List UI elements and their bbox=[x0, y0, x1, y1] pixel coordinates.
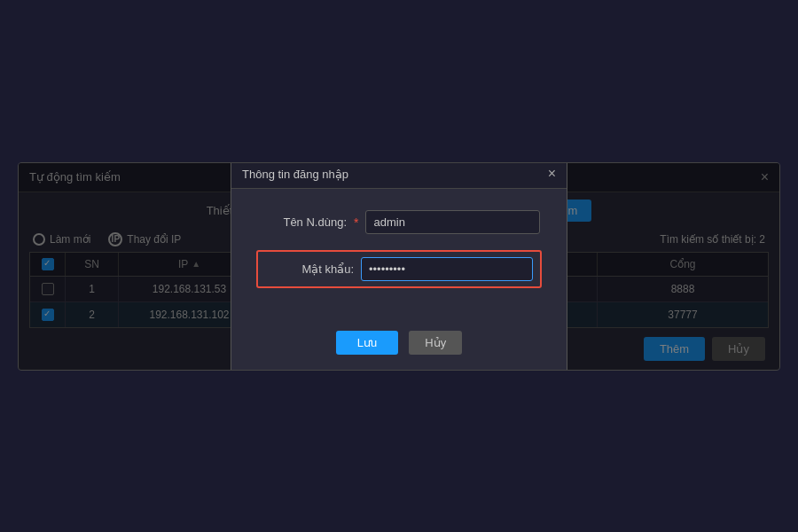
required-star: * bbox=[354, 215, 358, 230]
password-label: Mật khẩu: bbox=[265, 262, 354, 276]
modal-footer: Lưu Hủy bbox=[231, 322, 567, 371]
password-input[interactable] bbox=[361, 257, 533, 281]
username-input[interactable] bbox=[365, 210, 540, 234]
password-highlighted-row: Mật khẩu: bbox=[256, 250, 542, 288]
username-row: Tên N.dùng: * bbox=[258, 210, 540, 234]
username-label: Tên N.dùng: bbox=[258, 215, 347, 229]
modal-body: Tên N.dùng: * Mật khẩu: bbox=[231, 189, 567, 322]
modal-close-icon[interactable]: × bbox=[548, 167, 556, 181]
modal-cancel-button[interactable]: Hủy bbox=[409, 331, 462, 355]
modal-title-bar: Thông tin đăng nhập × bbox=[231, 162, 567, 190]
login-modal: Thông tin đăng nhập × Tên N.dùng: * Mật … bbox=[231, 162, 567, 371]
main-window: Tự động tìm kiếm × Thiết bị phân đoạn: -… bbox=[18, 162, 780, 371]
modal-title: Thông tin đăng nhập bbox=[242, 168, 348, 181]
modal-overlay: Thông tin đăng nhập × Tên N.dùng: * Mật … bbox=[19, 163, 779, 370]
save-button[interactable]: Lưu bbox=[336, 331, 398, 355]
